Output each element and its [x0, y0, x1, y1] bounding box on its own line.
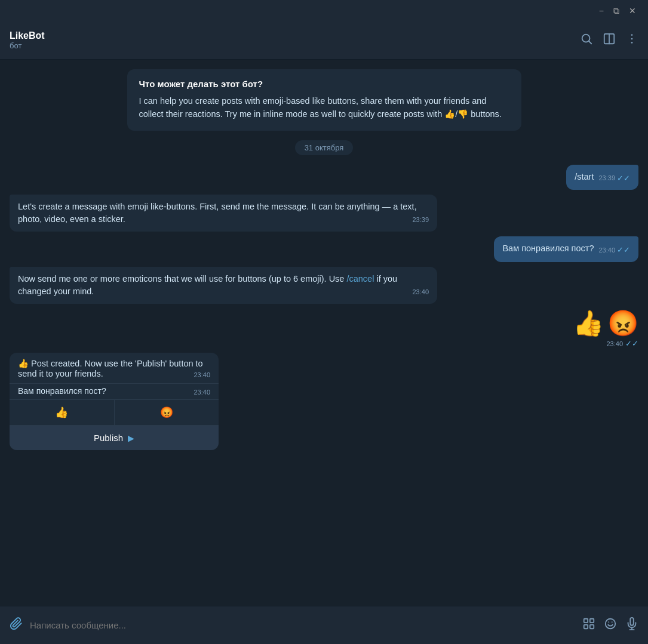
publish-button-row: Publish ▶ — [10, 425, 219, 450]
emoji-time-row: 23:40 ✓✓ — [606, 339, 638, 348]
svg-rect-10 — [590, 625, 594, 628]
commands-icon[interactable] — [582, 617, 595, 633]
intro-bubble: Что может делать этот бот? I can help yo… — [127, 69, 521, 131]
user-post-text: Вам понравился пост? — [502, 244, 594, 253]
publish-label: Publish — [94, 433, 123, 443]
bot-2-time: 23:40 — [413, 288, 429, 297]
svg-point-0 — [582, 35, 590, 42]
svg-rect-7 — [584, 619, 588, 623]
emoji-time: 23:40 — [606, 340, 623, 347]
chat-area: Что может делать этот бот? I can help yo… — [0, 60, 648, 606]
intro-message-row: Что может делать этот бот? I can help yo… — [10, 69, 638, 131]
svg-point-11 — [606, 619, 616, 629]
chat-subtitle: бот — [10, 41, 580, 50]
read-check: ✓✓ — [617, 173, 630, 184]
bot-card-text: 👍 Post created. Now use the 'Publish' bu… — [10, 353, 219, 383]
svg-point-5 — [631, 38, 633, 40]
user-start-time: 23:39 ✓✓ — [598, 173, 630, 184]
header-actions — [580, 32, 638, 48]
chat-info: LikeBot бот — [10, 30, 580, 50]
user-post-bubble: Вам понравился пост? 23:40 ✓✓ — [494, 236, 638, 262]
mic-icon[interactable] — [625, 617, 638, 633]
chat-header: LikeBot бот — [0, 21, 648, 60]
user-start-text: /start — [575, 172, 594, 181]
search-icon[interactable] — [580, 32, 593, 48]
bot-card: 👍 Post created. Now use the 'Publish' bu… — [10, 353, 219, 450]
bot-2-bubble: Now send me one or more emoticons that w… — [10, 267, 437, 304]
intro-title: Что может делать этот бот? — [139, 79, 509, 89]
emoji-icons: 👍 😡 — [573, 309, 638, 338]
emoji-icon[interactable] — [604, 617, 617, 633]
preview-row: Вам понравился пост? 23:40 — [10, 383, 219, 399]
emoji-message: 👍 😡 23:40 ✓✓ — [573, 309, 638, 348]
bot-card-message: 👍 Post created. Now use the 'Publish' bu… — [18, 359, 203, 378]
bot-1-time: 23:39 — [413, 215, 429, 225]
preview-title: Вам понравился пост? — [18, 386, 106, 396]
angry-emoji: 😡 — [607, 309, 638, 338]
svg-point-4 — [631, 34, 633, 36]
message-input[interactable] — [30, 620, 575, 630]
more-icon[interactable] — [625, 32, 638, 48]
bot-1-row: Let's create a message with emoji like-b… — [10, 195, 638, 232]
input-actions — [582, 617, 638, 633]
preview-time: 23:40 — [194, 389, 210, 396]
bot-card-row: 👍 Post created. Now use the 'Publish' bu… — [10, 353, 638, 450]
thumbs-up-button[interactable]: 👍 — [10, 400, 115, 425]
publish-button[interactable]: Publish ▶ — [10, 426, 219, 450]
chat-title: LikeBot — [10, 30, 580, 41]
svg-rect-9 — [584, 625, 588, 628]
svg-line-1 — [589, 41, 591, 44]
thumbs-up-emoji: 👍 — [573, 309, 604, 338]
bot-1-bubble: Let's create a message with emoji like-b… — [10, 195, 437, 232]
inline-buttons: 👍 😡 — [10, 399, 219, 425]
input-bar — [0, 606, 648, 644]
layout-icon[interactable] — [603, 32, 616, 48]
date-badge-row: 31 октября — [10, 140, 638, 155]
user-start-row: /start 23:39 ✓✓ — [10, 165, 638, 190]
intro-text: I can help you create posts with emoji-b… — [139, 95, 509, 121]
bot-2-text-before: Now send me one or more emoticons that w… — [18, 274, 346, 284]
bot-card-time: 23:40 — [194, 371, 210, 378]
svg-point-6 — [631, 42, 633, 44]
read-check-2: ✓✓ — [617, 245, 630, 256]
attach-icon[interactable] — [10, 617, 23, 633]
publish-arrow-icon: ▶ — [128, 433, 134, 443]
user-post-time: 23:40 ✓✓ — [598, 245, 630, 256]
user-start-bubble: /start 23:39 ✓✓ — [566, 165, 638, 190]
angry-button[interactable]: 😡 — [115, 400, 219, 425]
maximize-button[interactable]: ⧉ — [609, 4, 624, 19]
minimize-button[interactable]: − — [594, 4, 609, 18]
titlebar: − ⧉ ✕ — [0, 0, 648, 21]
user-post-row: Вам понравился пост? 23:40 ✓✓ — [10, 236, 638, 262]
cancel-link[interactable]: /cancel — [346, 274, 374, 284]
svg-rect-8 — [590, 619, 594, 623]
bot-1-text: Let's create a message with emoji like-b… — [18, 202, 417, 224]
bot-2-row: Now send me one or more emoticons that w… — [10, 267, 638, 304]
user-emoji-row: 👍 😡 23:40 ✓✓ — [10, 309, 638, 348]
date-badge: 31 октября — [295, 140, 354, 155]
emoji-read-check: ✓✓ — [625, 339, 638, 348]
close-button[interactable]: ✕ — [624, 4, 641, 18]
